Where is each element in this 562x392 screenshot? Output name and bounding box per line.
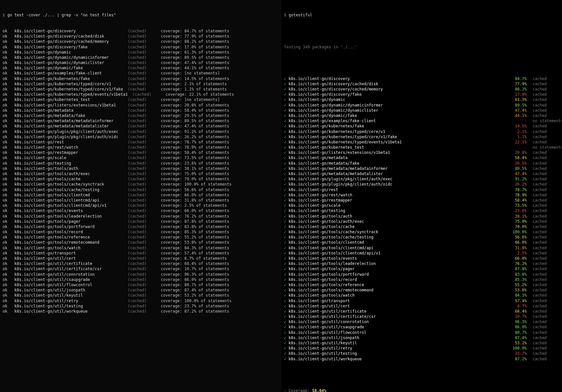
test-result-row: ✓k8s.io/client-go/util/connrotation96.3%…: [284, 319, 559, 324]
check-icon: ✓: [284, 134, 289, 139]
package-path: k8s.io/client-go/tools/cache/testing: [14, 188, 123, 192]
test-output-row: ok k8s.io/client-go/tools/clientcmd/api …: [3, 198, 278, 203]
status-text: cached: [527, 134, 559, 139]
status-ok: ok: [3, 182, 14, 187]
status-ok: ok: [3, 261, 14, 266]
cached-label: (cached): [123, 240, 161, 245]
test-output-row: ok k8s.io/client-go/util/csaupgrade (cac…: [3, 277, 278, 282]
status-text: cached: [527, 113, 559, 118]
package-path: k8s.io/client-go/kubernetes_test: [14, 97, 123, 102]
coverage-percent: 100.0%: [509, 346, 527, 351]
coverage-percent: 53.8%: [509, 287, 527, 293]
test-output-row: ok k8s.io/client-go/metadata/metadatainf…: [3, 118, 278, 123]
test-result-row: ✓k8s.io/client-go/tools/clientcmd/api31.…: [284, 245, 559, 251]
check-icon: ✓: [284, 256, 289, 261]
test-result-row: ✓k8s.io/client-go/metadata/metadataliste…: [284, 171, 559, 176]
cached-label: (cached): [123, 203, 161, 208]
test-result-row: ✓k8s.io/client-go/metadata58.4%cached: [284, 155, 559, 160]
coverage-percent: -: [509, 145, 527, 150]
status-text: cached: [527, 161, 559, 166]
package-path: k8s.io/client-go/discovery/fake: [289, 92, 509, 97]
status-text: cached: [527, 256, 559, 261]
coverage-text: coverage: 86.0% of statements: [161, 277, 229, 282]
test-result-row: ✓k8s.io/client-go/tools/clientcmd/api/v1…: [284, 251, 559, 256]
test-output-row: ok k8s.io/client-go/util/retry (cached) …: [3, 298, 278, 303]
coverage-percent: 47.4%: [509, 108, 527, 113]
coverage-percent: 8.7%: [509, 303, 527, 309]
status-text: cached: [527, 351, 559, 356]
coverage-percent: 2.5%: [509, 251, 527, 256]
coverage-text: coverage: 58.4% of statements: [161, 150, 229, 155]
coverage-percent: 44.1%: [509, 113, 527, 118]
coverage-text: coverage: 78.9% of statements: [161, 145, 229, 150]
status-ok: ok: [3, 187, 14, 192]
coverage-text: coverage: 85.3% of statements: [161, 230, 229, 234]
test-output-row: ok k8s.io/client-go/scale (cached) cover…: [3, 155, 278, 160]
test-result-row: ✓k8s.io/client-go/kubernetes/typed/core/…: [284, 134, 559, 139]
test-output-row: ok k8s.io/client-go/dynamic/dynamicinfor…: [3, 55, 278, 60]
terminal-pane-left[interactable]: $ go test -cover ./... | grep -v "no tes…: [0, 0, 281, 392]
status-ok: ok: [3, 39, 14, 44]
test-result-row: ✓k8s.io/client-go/util/retry100.0%cached: [284, 346, 559, 351]
coverage-percent: 87.8%: [509, 266, 527, 271]
cached-label: (cached): [123, 103, 161, 107]
test-result-row: ✓k8s.io/client-go/util/keyutil53.2%cache…: [284, 340, 559, 346]
package-path: k8s.io/client-go/transport: [14, 251, 123, 255]
check-icon: ✓: [284, 309, 289, 314]
coverage-text: coverage: 61.3% of statements: [161, 50, 229, 55]
test-result-row: ✓k8s.io/client-go/kubernetes/fake14.5%ca…: [284, 123, 559, 129]
package-path: k8s.io/client-go/tools/clientcmd/api: [14, 198, 123, 203]
test-output-row: ok k8s.io/client-go/rest (cached) covera…: [3, 139, 278, 145]
package-path: k8s.io/client-go/metadata/metadatainform…: [289, 166, 509, 171]
check-icon: ✓: [284, 182, 289, 187]
test-result-row: ✓k8s.io/client-go/tools/auth/exec75.0%ca…: [284, 219, 559, 224]
cached-label: (cached): [123, 50, 161, 55]
cached-label: (cached): [123, 251, 161, 255]
status-text: cached: [527, 129, 559, 134]
coverage-percent: 66.0%: [509, 256, 527, 261]
check-icon: ✓: [284, 351, 289, 356]
package-path: k8s.io/client-go/discovery/cached/memory: [14, 39, 123, 44]
cached-label: (cached): [123, 140, 161, 144]
status-ok: ok: [3, 97, 14, 102]
coverage-percent: 14.5%: [509, 123, 527, 129]
status-ok: ok: [3, 303, 14, 309]
package-path: k8s.io/client-go/tools/cache/synctrack: [289, 229, 509, 235]
coverage-text: coverage: 56.6% of statements: [161, 188, 229, 192]
coverage-text: coverage: 78.7% of statements: [161, 140, 229, 144]
check-icon: ✓: [284, 340, 289, 346]
check-icon: ✓: [284, 346, 289, 351]
cached-label: (cached): [123, 113, 161, 118]
check-icon: ✓: [284, 282, 289, 287]
coverage-text: coverage: 47.4% of statements: [161, 60, 229, 65]
package-path: k8s.io/client-go/scale: [14, 155, 123, 160]
status-ok: ok: [3, 76, 14, 81]
test-result-row: ✓k8s.io/client-go/tools/events66.0%cache…: [284, 256, 559, 261]
test-result-row: ✓k8s.io/client-go/util/csaupgrade86.0%ca…: [284, 324, 559, 330]
test-output-row: ok k8s.io/client-go/tools/clientcmd (cac…: [3, 192, 278, 198]
package-path: k8s.io/client-go/util/certificate/csr: [289, 314, 509, 319]
coverage-text: coverage: 26.2% of statements: [161, 135, 229, 139]
test-output-row: ok k8s.io/client-go/dynamic (cached) cov…: [3, 50, 278, 55]
test-result-row: ✓k8s.io/client-go/tools/cache70.0%cached: [284, 224, 559, 229]
package-path: k8s.io/client-go/tools/auth: [14, 166, 123, 171]
test-output-row: ok k8s.io/client-go/tools/clientcmd/api/…: [3, 203, 278, 208]
package-path: k8s.io/client-go/tools/clientcmd/api: [289, 245, 509, 251]
coverage-percent: 83.8%: [509, 272, 527, 277]
coverage-text: coverage: 53.2% of statements: [161, 293, 229, 298]
cached-label: (cached): [123, 87, 161, 91]
status-text: cached: [527, 235, 559, 240]
package-path: k8s.io/client-go/tools/clientcmd/api/v1: [14, 203, 123, 208]
check-icon: ✓: [284, 235, 289, 240]
test-output-row: ok k8s.io/client-go/util/keyutil (cached…: [3, 293, 278, 298]
cached-label: (cached): [123, 182, 161, 187]
coverage-text: coverage: 23.6% of statements: [161, 161, 229, 166]
coverage-percent: 88.2%: [509, 87, 527, 92]
test-result-row: ✓k8s.io/client-go/tools/auth38.1%cached: [284, 214, 559, 219]
terminal-pane-right[interactable]: $ gotestiful Testing 349 packages in './…: [281, 0, 562, 392]
test-output-row: ok k8s.io/client-go/metadata/metadatalis…: [3, 123, 278, 129]
coverage-text: coverage: 84.3% of statements: [161, 246, 229, 250]
status-ok: ok: [3, 272, 14, 277]
test-result-row: ✓k8s.io/client-go/listers/extensions/v1b…: [284, 150, 559, 155]
status-text: cached: [527, 192, 559, 198]
